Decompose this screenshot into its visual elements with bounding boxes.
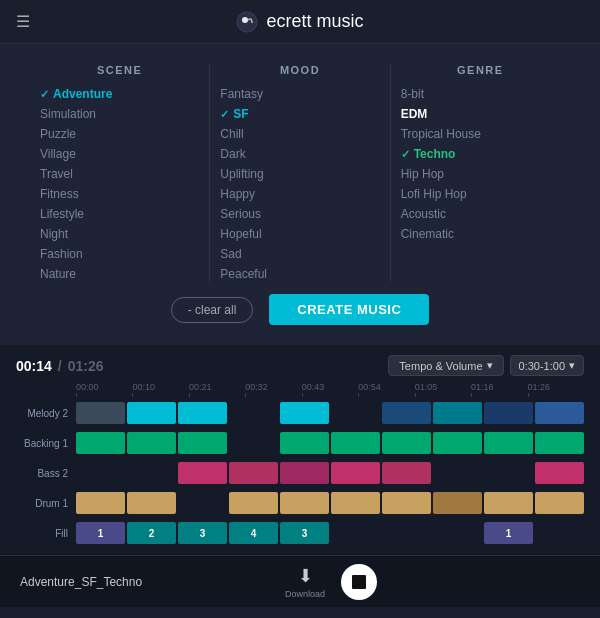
block[interactable] (178, 462, 227, 484)
mood-item-chill[interactable]: Chill (220, 126, 379, 142)
block[interactable] (382, 492, 431, 514)
block[interactable]: 3 (280, 522, 329, 544)
block[interactable] (484, 462, 533, 484)
clear-all-button[interactable]: - clear all (171, 297, 254, 323)
block[interactable] (535, 522, 584, 544)
block[interactable] (331, 522, 380, 544)
block[interactable] (331, 462, 380, 484)
melody-blocks (76, 399, 584, 427)
block[interactable] (76, 432, 125, 454)
fill-blocks: 1 2 3 4 3 1 (76, 519, 584, 547)
genre-item-acoustic[interactable]: Acoustic (401, 206, 560, 222)
block[interactable] (229, 402, 278, 424)
block[interactable] (178, 432, 227, 454)
block[interactable] (433, 462, 482, 484)
table-row: Fill 1 2 3 4 3 1 (16, 519, 584, 547)
tempo-volume-button[interactable]: Tempo & Volume ▾ (388, 355, 503, 376)
block[interactable] (229, 492, 278, 514)
mood-item-dark[interactable]: Dark (220, 146, 379, 162)
track-label-bass: Bass 2 (16, 468, 76, 479)
block[interactable] (127, 462, 176, 484)
block[interactable] (331, 492, 380, 514)
block[interactable] (229, 462, 278, 484)
block[interactable]: 1 (484, 522, 533, 544)
mood-item-serious[interactable]: Serious (220, 206, 379, 222)
scene-item-puzzle[interactable]: Puzzle (40, 126, 199, 142)
mood-list: Fantasy ✓SF Chill Dark Uplifting Happy S… (220, 86, 379, 282)
genre-item-tropical[interactable]: Tropical House (401, 126, 560, 142)
block[interactable] (382, 402, 431, 424)
scene-item-fashion[interactable]: Fashion (40, 246, 199, 262)
scene-item-fitness[interactable]: Fitness (40, 186, 199, 202)
menu-icon[interactable]: ☰ (16, 12, 30, 31)
block[interactable]: 3 (178, 522, 227, 544)
mood-item-uplifting[interactable]: Uplifting (220, 166, 379, 182)
scene-item-simulation[interactable]: Simulation (40, 106, 199, 122)
block[interactable] (484, 432, 533, 454)
block[interactable] (382, 432, 431, 454)
block[interactable] (127, 492, 176, 514)
block[interactable] (76, 402, 125, 424)
genre-item-lofi[interactable]: Lofi Hip Hop (401, 186, 560, 202)
block[interactable] (382, 522, 431, 544)
block[interactable] (535, 432, 584, 454)
block[interactable] (331, 432, 380, 454)
block[interactable] (535, 402, 584, 424)
mood-item-sad[interactable]: Sad (220, 246, 379, 262)
block[interactable] (484, 492, 533, 514)
create-music-button[interactable]: CREATE MUSIC (269, 294, 429, 325)
stop-button[interactable] (341, 564, 377, 600)
block[interactable] (178, 492, 227, 514)
mood-item-fantasy[interactable]: Fantasy (220, 86, 379, 102)
mood-item-hopeful[interactable]: Hopeful (220, 226, 379, 242)
block[interactable] (178, 402, 227, 424)
total-time: 01:26 (68, 358, 104, 374)
block[interactable] (229, 432, 278, 454)
action-row: - clear all CREATE MUSIC (30, 282, 570, 329)
download-button[interactable]: ⬇ Download (285, 565, 325, 599)
scene-item-night[interactable]: Night (40, 226, 199, 242)
table-row: Backing 1 (16, 429, 584, 457)
scene-item-lifestyle[interactable]: Lifestyle (40, 206, 199, 222)
block[interactable] (280, 462, 329, 484)
genre-item-techno[interactable]: ✓Techno (401, 146, 560, 162)
block[interactable]: 2 (127, 522, 176, 544)
genre-item-hiphop[interactable]: Hip Hop (401, 166, 560, 182)
block[interactable] (433, 402, 482, 424)
block[interactable] (331, 402, 380, 424)
block[interactable] (127, 402, 176, 424)
block[interactable] (382, 462, 431, 484)
block[interactable] (433, 492, 482, 514)
scene-item-adventure[interactable]: ✓Adventure (40, 86, 199, 102)
block[interactable] (76, 462, 125, 484)
current-track-name: Adventure_SF_Techno (20, 575, 142, 589)
mood-item-peaceful[interactable]: Peaceful (220, 266, 379, 282)
genre-item-cinematic[interactable]: Cinematic (401, 226, 560, 242)
block[interactable]: 4 (229, 522, 278, 544)
block[interactable]: 1 (76, 522, 125, 544)
block[interactable] (535, 462, 584, 484)
mood-item-sf[interactable]: ✓SF (220, 106, 379, 122)
scene-item-village[interactable]: Village (40, 146, 199, 162)
block[interactable] (280, 402, 329, 424)
block[interactable] (127, 432, 176, 454)
app-title: ecrett music (266, 11, 363, 32)
block[interactable] (280, 432, 329, 454)
track-label-drum: Drum 1 (16, 498, 76, 509)
time-separator: / (58, 358, 62, 374)
scene-item-nature[interactable]: Nature (40, 266, 199, 282)
block[interactable] (76, 492, 125, 514)
genre-item-8bit[interactable]: 8-bit (401, 86, 560, 102)
block[interactable] (484, 402, 533, 424)
mood-item-happy[interactable]: Happy (220, 186, 379, 202)
ruler-mark-5: 00:54 (358, 382, 414, 397)
genre-header: GENRE (401, 64, 560, 76)
block[interactable] (535, 492, 584, 514)
scene-header: SCENE (40, 64, 199, 76)
block[interactable] (433, 432, 482, 454)
scene-item-travel[interactable]: Travel (40, 166, 199, 182)
genre-item-edm[interactable]: EDM (401, 106, 560, 122)
block[interactable] (433, 522, 482, 544)
block[interactable] (280, 492, 329, 514)
bottom-controls: ⬇ Download (285, 564, 377, 600)
